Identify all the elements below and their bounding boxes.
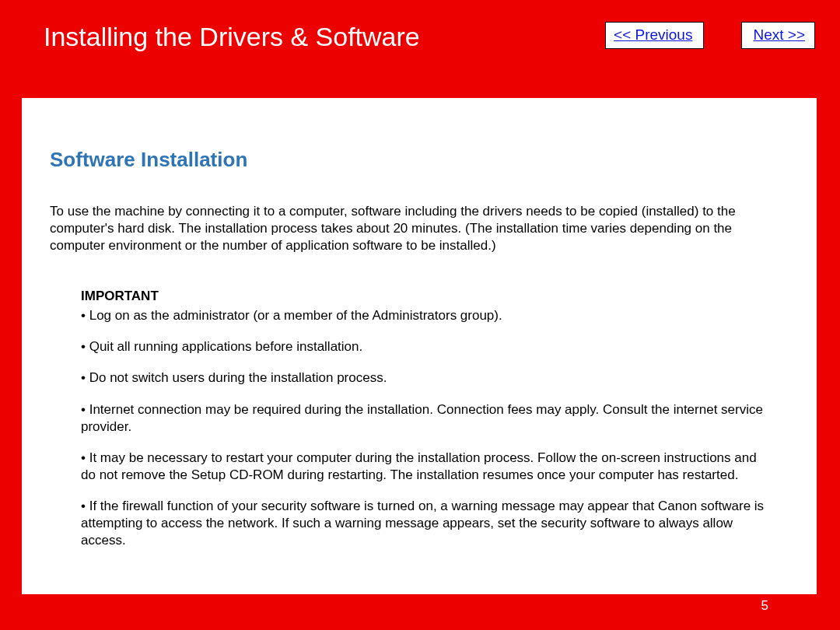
- footer-bar: 5: [22, 594, 817, 618]
- important-label: IMPORTANT: [81, 289, 773, 304]
- header-bar: Installing the Drivers & Software << Pre…: [0, 0, 840, 98]
- important-item: Internet connection may be required duri…: [81, 401, 773, 436]
- important-item: If the firewall function of your securit…: [81, 498, 773, 549]
- previous-button[interactable]: << Previous: [605, 22, 704, 49]
- nav-button-group: << Previous Next >>: [605, 22, 815, 49]
- section-title: Software Installation: [50, 148, 789, 172]
- footer-wrapper: 5: [22, 594, 817, 630]
- intro-paragraph: To use the machine by connecting it to a…: [50, 203, 789, 254]
- page-number: 5: [761, 598, 768, 614]
- content-area: Software Installation To use the machine…: [22, 98, 817, 594]
- important-item: It may be necessary to restart your comp…: [81, 450, 773, 484]
- important-item: Do not switch users during the installat…: [81, 369, 773, 387]
- next-button[interactable]: Next >>: [741, 22, 815, 49]
- page-title: Installing the Drivers & Software: [44, 22, 605, 52]
- important-block: IMPORTANT Log on as the administrator (o…: [50, 289, 789, 549]
- important-item: Quit all running applications before ins…: [81, 338, 773, 355]
- important-item: Log on as the administrator (or a member…: [81, 307, 773, 324]
